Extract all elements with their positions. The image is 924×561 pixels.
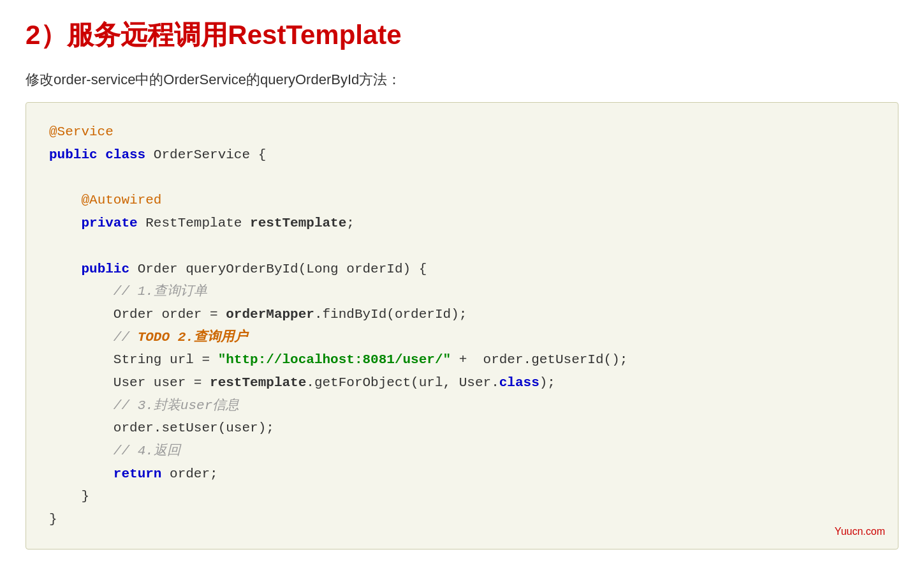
page-title: 2）服务远程调用RestTemplate [26,19,898,51]
code-line-1: @Service [49,121,875,144]
description-text: 修改order-service中的OrderService的queryOrder… [26,70,898,89]
code-line-13: // 3.封装user信息 [49,394,875,417]
kw-return: return [114,467,162,481]
comment-1: // 1.查询订单 [114,284,207,299]
code-line-4: @Autowired [49,189,875,212]
order-assign: Order order = [114,307,226,322]
code-line-15: // 4.返回 [49,440,875,463]
get-for-obj: .getForObject(url, User. [306,375,499,390]
annotation-service: @Service [49,124,114,139]
class-name: OrderService { [145,147,266,162]
code-line-8: // 1.查询订单 [49,280,875,303]
comment-4: // 4.返回 [114,444,180,458]
kw-private: private [81,216,137,230]
code-line-7: public Order queryOrderById(Long orderId… [49,258,875,281]
kw-public: public class [49,147,145,162]
code-line-17: } [49,485,875,508]
field-name: restTemplate [250,216,346,230]
outer-brace: } [49,512,57,527]
user-assign: User user = [114,375,210,390]
close-paren: ); [539,375,555,390]
kw-public2: public [81,262,129,276]
rest-template-ref: restTemplate [210,375,306,390]
set-user: order.setUser(user); [114,421,274,435]
code-line-16: return order; [49,463,875,486]
code-line-5: private RestTemplate restTemplate; [49,212,875,235]
code-line-6 [49,235,875,258]
url-concat: + order.getUserId(); [451,352,627,367]
code-line-14: order.setUser(user); [49,417,875,440]
field-decl: RestTemplate [138,216,250,230]
kw-class: class [499,375,539,390]
inner-brace: } [81,489,89,504]
comment-todo-prefix: // [114,330,138,345]
code-block: @Service public class OrderService { @Au… [26,102,898,549]
comment-3: // 3.封装user信息 [114,398,239,413]
url-string: "http://localhost:8081/user/" [218,352,451,367]
code-line-3 [49,167,875,190]
code-line-18: } [49,508,875,531]
code-line-11: String url = "http://localhost:8081/user… [49,348,875,371]
annotation-autowired: @Autowired [81,193,161,207]
semicolon1: ; [346,216,355,230]
code-line-10: // TODO 2.查询用户 [49,326,875,349]
order-mapper: orderMapper [226,307,314,322]
watermark: Yuucn.com [835,523,885,540]
method-sig: Order queryOrderById(Long orderId) { [129,262,427,276]
code-line-12: User user = restTemplate.getForObject(ur… [49,371,875,394]
find-by-id: .findById(orderId); [314,307,467,322]
url-assign: String url = [114,352,218,367]
code-line-2: public class OrderService { [49,144,875,167]
return-val: order; [161,467,217,481]
todo-text: TODO 2.查询用户 [138,330,247,345]
code-line-9: Order order = orderMapper.findById(order… [49,303,875,326]
